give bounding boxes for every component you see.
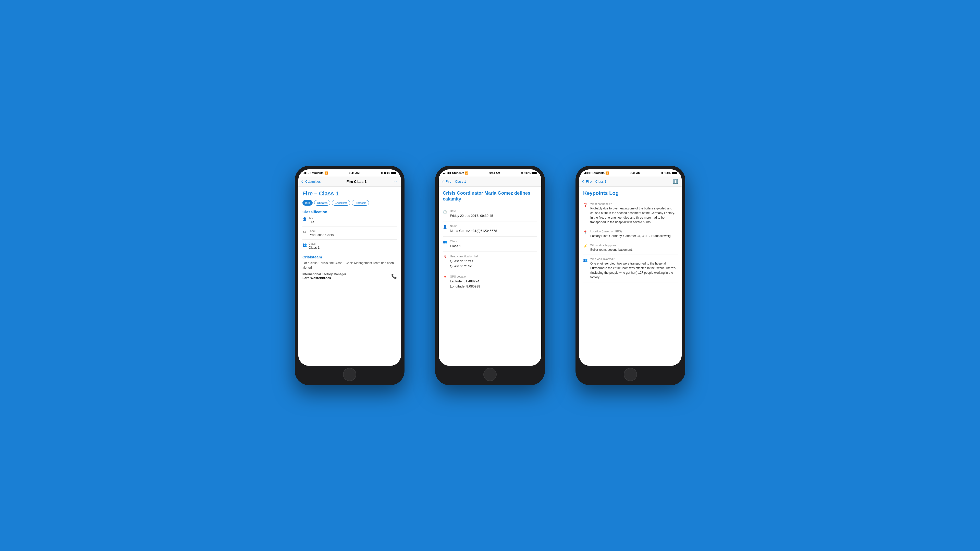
chevron-icon-1 <box>301 180 304 183</box>
team-role: International Factory Manager <box>302 272 346 276</box>
home-button-1[interactable] <box>343 368 356 381</box>
screen-content-3: Keypoints Log ❓ What happened? Probably … <box>579 187 682 366</box>
label-value: Production Crisis <box>309 233 334 237</box>
tab-protocols[interactable]: Protocols <box>352 200 369 206</box>
tab-bar-1: Info Updates Checklists Protocols <box>302 200 397 206</box>
home-button-3[interactable] <box>624 368 637 381</box>
phone-3: BIT Students 📶 9:41 AM ✱ 100% Fire – Cla… <box>576 166 685 385</box>
battery-2: 100% <box>524 171 531 175</box>
kp-row-where: ⚡ Where dit it happen? Boiler room, seco… <box>583 241 678 255</box>
class-person-icon: 👥 <box>443 240 447 245</box>
info-row-date: 🕐 Date Friday 22 dec 2017, 09:39:45 <box>443 206 537 222</box>
class-label-2: Class <box>450 240 461 243</box>
name-label: Name <box>450 224 497 227</box>
signal-bars-3 <box>584 171 587 174</box>
info-row-name: 👤 Name Maria Gomez +31(0)612345678 <box>443 221 537 237</box>
back-button-1[interactable]: Calamities <box>302 179 321 183</box>
nav-bar-3: Fire – Class 1 ⬆️ <box>579 176 682 187</box>
phone-1-screen: BIT students 📶 9:41 AM ✱ 100% Calamities… <box>298 169 401 366</box>
gps-value: Latitude: 51.488224Longitude: 8.085938 <box>450 279 480 289</box>
page-title-3: Keypoints Log <box>583 190 678 196</box>
location-icon: 📍 <box>443 275 447 279</box>
date-label: Date <box>450 210 493 213</box>
team-name: Lars Westenbroek <box>302 276 346 280</box>
back-label-2: Fire – Class 1 <box>445 179 466 183</box>
time-1: 9:41 AM <box>349 171 360 175</box>
phone-2: BIT Students 📶 9:41 AM ✱ 100% Fire – Cla… <box>435 166 545 385</box>
nav-bar-2: Fire – Class 1 <box>439 176 541 187</box>
gps-label: GPS Location <box>450 275 480 278</box>
more-button-1[interactable]: ··· <box>392 179 397 184</box>
status-bar-1: BIT students 📶 9:41 AM ✱ 100% <box>298 169 401 176</box>
tab-info[interactable]: Info <box>302 200 313 206</box>
screen-content-2: Crisis Coordinator Maria Gomez defines c… <box>439 187 541 366</box>
title-value: Fire <box>309 220 314 224</box>
status-bar-2: BIT Students 📶 9:41 AM ✱ 100% <box>439 169 541 176</box>
chevron-icon-3 <box>582 180 585 183</box>
battery-icon-3 <box>672 171 677 174</box>
who-value: One engineer died, two were transported … <box>590 261 678 279</box>
what-icon: ❓ <box>583 203 588 207</box>
kp-row-who: 👥 Who was involved? One engineer died, t… <box>583 255 678 283</box>
chevron-icon-2 <box>442 180 445 183</box>
person-icon-title: 👤 <box>302 217 307 221</box>
status-bar-3: BIT Students 📶 9:41 AM ✱ 100% <box>579 169 682 176</box>
battery-3: 100% <box>664 171 671 175</box>
classification-value: Question 1: YesQuestion 2: No <box>450 259 479 268</box>
field-class: 👥 Class Class 1 <box>302 242 397 252</box>
carrier-2: BIT Students <box>447 171 464 175</box>
tab-updates[interactable]: Updates <box>314 200 330 206</box>
carrier-3: BIT Students <box>587 171 605 175</box>
location-pin-icon: 📍 <box>583 230 588 234</box>
share-button-3[interactable]: ⬆️ <box>673 179 678 184</box>
signal-bars-1 <box>303 171 306 174</box>
location-value-3: Factory Plant Germany. Gifhorner 34, 381… <box>590 233 671 238</box>
back-label-1: Calamities <box>305 179 321 183</box>
page-title-1: Fire – Class 1 <box>302 190 397 197</box>
kp-row-what: ❓ What happened? Probably due to overhea… <box>583 200 678 227</box>
where-label: Where dit it happen? <box>590 244 633 247</box>
where-value: Boiler room, second basement. <box>590 248 633 252</box>
back-button-3[interactable]: Fire – Class 1 <box>583 179 606 183</box>
name-value: Maria Gomez +31(0)612345678 <box>450 228 497 233</box>
help-icon: ❓ <box>443 256 447 259</box>
bluetooth-icon-2: ✱ <box>521 171 523 175</box>
lightning-icon: ⚡ <box>583 244 588 248</box>
signal-bars-2 <box>443 171 446 174</box>
page-title-2: Crisis Coordinator Maria Gomez defines c… <box>443 190 537 202</box>
call-icon[interactable]: 📞 <box>391 273 397 279</box>
info-row-classification: ❓ Used classification help Question 1: Y… <box>443 252 537 272</box>
nav-title-1: Fire Class 1 <box>347 179 367 184</box>
person-circle-icon: 👤 <box>443 225 447 229</box>
battery-icon-2 <box>531 171 537 174</box>
class-icon: 👥 <box>302 243 307 247</box>
phone-1: BIT students 📶 9:41 AM ✱ 100% Calamities… <box>295 166 404 385</box>
time-3: 9:41 AM <box>630 171 641 175</box>
carrier-1: BIT students <box>307 171 324 175</box>
battery-icon-1 <box>391 171 396 174</box>
clock-icon: 🕐 <box>443 210 447 214</box>
crisis-team-desc: For a class 1 crisis, the Class 1 Crisis… <box>302 261 397 270</box>
phone-2-screen: BIT Students 📶 9:41 AM ✱ 100% Fire – Cla… <box>439 169 541 366</box>
wifi-icon-1: 📶 <box>325 171 328 175</box>
class-value-2: Class 1 <box>450 244 461 249</box>
home-button-2[interactable] <box>484 368 496 381</box>
back-button-2[interactable]: Fire – Class 1 <box>442 179 466 183</box>
bluetooth-icon-3: ✱ <box>661 171 663 175</box>
label-label: Label <box>309 229 334 232</box>
tab-checklists[interactable]: Checklists <box>332 200 350 206</box>
tag-icon: 🏷 <box>302 230 307 234</box>
date-value: Friday 22 dec 2017, 09:39:45 <box>450 213 493 218</box>
info-row-gps: 📍 GPS Location Latitude: 51.488224Longit… <box>443 272 537 292</box>
screen-content-1: Fire – Class 1 Info Updates Checklists P… <box>298 187 401 366</box>
who-label: Who was involved? <box>590 257 678 260</box>
title-label: Title <box>309 217 314 220</box>
crisis-team-title: Crisisteam <box>302 255 397 259</box>
section-classification: Classification <box>302 210 397 214</box>
wifi-icon-2: 📶 <box>465 171 469 175</box>
nav-bar-1: Calamities Fire Class 1 ··· <box>298 176 401 187</box>
field-label: 🏷 Label Production Crisis <box>302 229 397 240</box>
persons-icon: 👥 <box>583 258 588 262</box>
time-2: 9:41 AM <box>490 171 500 175</box>
team-member-row: International Factory Manager Lars Weste… <box>302 272 397 280</box>
